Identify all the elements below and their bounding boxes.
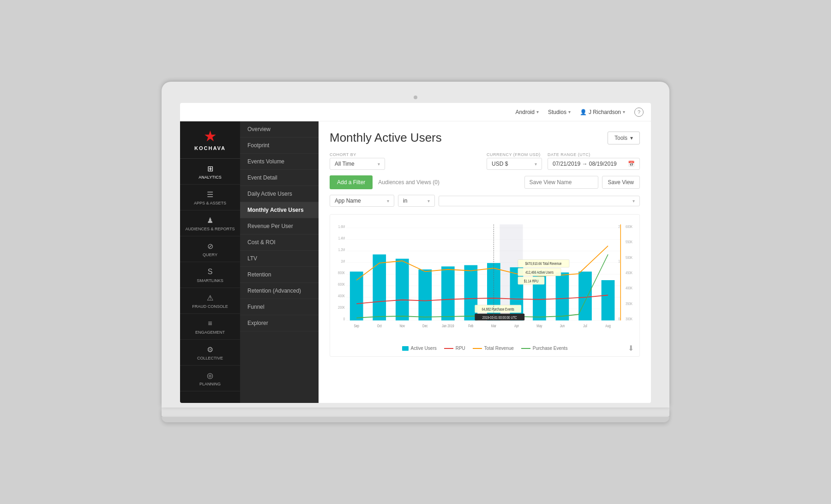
query-icon: ⊘ (205, 241, 215, 251)
svg-text:Jun: Jun (560, 324, 565, 328)
sidebar-item-cost-roi[interactable]: Cost & ROI (240, 234, 319, 251)
sidebar-item-monthly-active-users[interactable]: Monthly Active Users (240, 202, 319, 218)
cohort-chevron-icon: ▾ (378, 162, 380, 167)
sidebar-item-revenue-per-user[interactable]: Revenue Per User (240, 218, 319, 234)
audiences-text: Audiences and Views (0) (378, 179, 440, 186)
top-bar: Android ▾ Studios ▾ 👤 J Richardson ▾ ? (180, 103, 651, 121)
bar-jan (441, 266, 455, 320)
engagement-icon: ≡ (205, 318, 215, 329)
svg-text:2: 2 (618, 224, 620, 229)
legend-line-purchase (521, 348, 530, 349)
collective-icon: ⚙ (205, 344, 215, 354)
user-chevron-icon: ▾ (623, 109, 625, 114)
rpu-line (356, 295, 608, 304)
in-filter-value: in (403, 198, 407, 204)
date-range-label: DATE RANGE (UTC) (548, 152, 640, 157)
fraud-icon: ⚠ (205, 293, 215, 303)
svg-text:1: 1 (618, 259, 620, 264)
sidebar-item-explorer[interactable]: Explorer (240, 315, 319, 331)
in-filter-select[interactable]: in ▾ (398, 195, 435, 207)
download-button[interactable]: ⬇ (628, 344, 634, 353)
apps-assets-icon: ☰ (205, 189, 215, 199)
add-filter-row: Add a Filter Audiences and Views (0) Sav… (330, 175, 640, 189)
sidebar-item-retention[interactable]: Retention (240, 267, 319, 283)
legend-color-active-users (402, 346, 409, 351)
app-name-filter-select[interactable]: App Name ▾ (330, 195, 394, 207)
sidebar-item-analytics[interactable]: ⊞ ANALYTICS (180, 159, 240, 185)
tooltip-date-text: 2019-03-01 00:00:00 UTC (482, 315, 517, 320)
content-area: Monthly Active Users Tools ▾ COHORT BY A… (319, 121, 651, 403)
studio-selector[interactable]: Studios ▾ (548, 109, 571, 115)
app-name-filter-value: App Name (335, 198, 361, 204)
platform-selector[interactable]: Android ▾ (516, 109, 539, 115)
svg-text:350K: 350K (626, 301, 632, 306)
filter-dropdowns-row: App Name ▾ in ▾ ▾ (330, 195, 640, 207)
sidebar-item-engagement[interactable]: ≡ ENGAGEMENT (180, 314, 240, 340)
currency-label: CURRENCY (FROM USD) (487, 152, 542, 157)
sidebar-item-fraud[interactable]: ⚠ FRAUD CONSOLE (180, 288, 240, 314)
svg-text:1M: 1M (341, 259, 345, 264)
sidebar-item-footprint[interactable]: Footprint (240, 138, 319, 154)
cohort-by-select[interactable]: All Time ▾ (330, 158, 385, 170)
legend-label-revenue: Total Revenue (484, 346, 514, 351)
svg-text:0: 0 (618, 317, 620, 321)
tools-button[interactable]: Tools ▾ (608, 132, 640, 144)
svg-text:Apr: Apr (514, 324, 519, 328)
smartlinks-icon: S (205, 267, 215, 277)
sidebar-label-apps-assets: APPS & ASSETS (194, 201, 226, 205)
platform-label: Android (516, 109, 535, 115)
chart-legend: Active Users RPU Total Revenue (336, 346, 634, 351)
sidebar-item-funnel[interactable]: Funnel (240, 299, 319, 315)
svg-text:300K: 300K (626, 317, 632, 321)
sidebar-label-collective: COLLECTIVE (197, 356, 223, 360)
add-filter-button[interactable]: Add a Filter (330, 175, 373, 189)
sidebar-item-query[interactable]: ⊘ QUERY (180, 236, 240, 262)
sidebar-item-overview[interactable]: Overview (240, 121, 319, 138)
svg-text:550K: 550K (626, 240, 632, 244)
tooltip-rpu-text: $1.14 RPU (524, 279, 539, 283)
save-view-name-input[interactable] (524, 176, 598, 189)
svg-text:600K: 600K (626, 224, 632, 229)
sidebar-item-collective[interactable]: ⚙ COLLECTIVE (180, 340, 240, 366)
value-chevron-icon: ▾ (632, 198, 635, 204)
filters-row: COHORT BY All Time ▾ CURRENCY (FROM USD)… (330, 152, 640, 170)
calendar-icon: 📅 (628, 161, 635, 167)
svg-text:0: 0 (343, 317, 345, 321)
bar-jul (578, 271, 592, 320)
sidebar-item-apps-assets[interactable]: ☰ APPS & ASSETS (180, 185, 240, 210)
date-range-value: 07/21/2019 → 08/19/2019 (553, 161, 617, 167)
svg-text:800K: 800K (338, 270, 345, 275)
user-selector[interactable]: 👤 J Richardson ▾ (580, 109, 625, 115)
help-button[interactable]: ? (634, 108, 644, 117)
currency-group: CURRENCY (FROM USD) USD $ ▾ (487, 152, 542, 170)
date-range-select[interactable]: 07/21/2019 → 08/19/2019 📅 (548, 158, 640, 170)
sidebar-label-planning: PLANNING (199, 382, 221, 386)
sidebar-item-smartlinks[interactable]: S SMARTLINKS (180, 262, 240, 288)
save-view-button[interactable]: Save View (602, 176, 640, 189)
bar-dec (418, 270, 432, 321)
sidebar-item-event-detail[interactable]: Event Detail (240, 170, 319, 186)
currency-select[interactable]: USD $ ▾ (487, 158, 542, 170)
svg-text:Aug: Aug (605, 324, 610, 328)
value-filter-select[interactable]: ▾ (439, 196, 640, 206)
user-icon: 👤 (580, 109, 587, 115)
legend-label-rpu: RPU (456, 346, 465, 351)
sidebar-item-planning[interactable]: ◎ PLANNING (180, 366, 240, 391)
svg-text:Sep: Sep (354, 324, 359, 328)
legend-rpu: RPU (444, 346, 465, 351)
sidebar-item-daily-active-users[interactable]: Daily Active Users (240, 186, 319, 202)
content-header: Monthly Active Users Tools ▾ (330, 131, 640, 145)
sidebar-item-audiences[interactable]: ♟ AUDIENCES & REPORTS (180, 210, 240, 236)
sidebar-item-ltv[interactable]: LTV (240, 251, 319, 267)
sidebar-item-retention-advanced[interactable]: Retention (Advanced) (240, 283, 319, 299)
in-chevron-icon: ▾ (428, 198, 430, 204)
legend-label-purchase: Purchase Events (533, 346, 568, 351)
sidebar-nav: ⊞ ANALYTICS ☰ APPS & ASSETS ♟ AUDIENCES … (180, 159, 240, 403)
svg-text:400K: 400K (338, 294, 345, 298)
legend-label-active-users: Active Users (411, 346, 437, 351)
tooltip-purchase-text: 64,882 Purchase Events (482, 307, 514, 312)
sidebar-item-events-volume[interactable]: Events Volume (240, 154, 319, 170)
currency-value: USD $ (492, 161, 508, 167)
studio-label: Studios (548, 109, 566, 115)
sidebar-label-query: QUERY (203, 252, 217, 257)
